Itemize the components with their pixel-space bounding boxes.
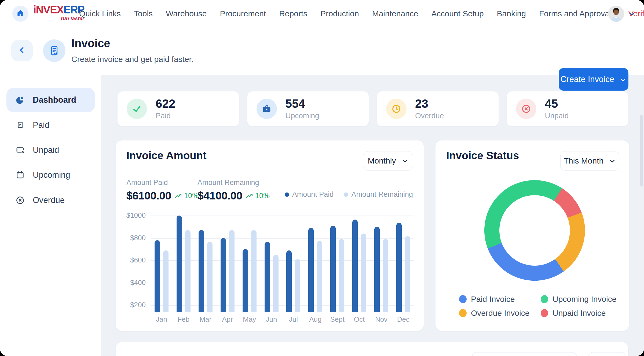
user-avatar[interactable]: [608, 6, 624, 22]
bar-amount-paid-dec: [396, 223, 402, 312]
invoice-amount-title: Invoice Amount: [126, 150, 207, 162]
legend-label: Amount Remaining: [351, 190, 413, 199]
nav-item-warehouse[interactable]: Warehouse: [166, 9, 207, 18]
pie-icon: [15, 95, 25, 105]
sidebar-item-label: Dashboard: [33, 95, 76, 105]
create-invoice-button[interactable]: Create Invoice: [559, 68, 628, 91]
stats-row: 622Paid554Upcoming23Overdue45Unpaid: [117, 91, 628, 127]
stat-value: 554: [286, 98, 319, 110]
app-window: iNVEXERP run faster Quick LinksToolsWare…: [0, 0, 644, 356]
profile-chevron-down-icon[interactable]: [628, 10, 636, 18]
legend-dot-icon: [459, 295, 467, 303]
y-axis-tick-label: $800: [118, 234, 146, 242]
period-dropdown-this-month[interactable]: This Month: [560, 151, 619, 170]
vertical-scrollbar[interactable]: [640, 115, 643, 187]
invoice-doc-icon: [43, 39, 65, 62]
nav-item-maintenance[interactable]: Maintenance: [372, 9, 418, 18]
stat-card-unpaid[interactable]: 45Unpaid: [507, 91, 629, 127]
x-axis-label-may: May: [237, 315, 262, 324]
legend-dot-icon: [459, 309, 467, 317]
bar-group-jul: [286, 212, 300, 312]
stat-value: 622: [156, 98, 175, 110]
nav-item-banking[interactable]: Banking: [497, 9, 526, 18]
table-filter-button[interactable]: [472, 352, 577, 356]
bar-amount-remaining-aug: [317, 241, 322, 312]
bar-amount-paid-may: [243, 249, 248, 312]
stat-card-upcoming[interactable]: 554Upcoming: [247, 91, 369, 127]
card-x-icon: [15, 145, 25, 155]
period-dropdown-monthly[interactable]: Monthly: [363, 151, 413, 170]
metric-amount-paid: Amount Paid $6100.00 10%: [126, 179, 199, 202]
period-dropdown-value: This Month: [564, 156, 603, 165]
stat-card-paid[interactable]: 622Paid: [117, 91, 239, 127]
legend-label: Upcoming Invoice: [552, 295, 616, 304]
stat-label: Paid: [156, 112, 175, 120]
receipt-icon: [15, 120, 25, 130]
y-axis-tick-label: $600: [118, 256, 146, 264]
logo-text-primary: iNVEX: [33, 4, 64, 16]
bar-amount-paid-jan: [155, 240, 160, 312]
sidebar-item-paid[interactable]: Paid: [6, 113, 95, 137]
bar-amount-remaining-mar: [207, 242, 213, 312]
status-legend-item-unpaid-invoice: Unpaid Invoice: [541, 309, 606, 318]
bar-group-oct: [352, 212, 366, 312]
bar-amount-remaining-nov: [383, 239, 388, 312]
x-axis-label-nov: Nov: [369, 315, 393, 324]
legend-label: Paid Invoice: [471, 295, 515, 304]
sidebar-item-label: Upcoming: [33, 170, 70, 180]
back-button[interactable]: [11, 40, 33, 61]
clock-icon: [386, 99, 407, 119]
nav-item-account-setup[interactable]: Account Setup: [431, 9, 484, 18]
y-axis-tick-label: $200: [118, 301, 146, 309]
legend-item-amount-remaining: Amount Remaining: [344, 190, 413, 199]
top-nav: iNVEXERP run faster Quick LinksToolsWare…: [0, 0, 644, 27]
nav-item-production[interactable]: Production: [320, 9, 359, 18]
bar-amount-paid-sept: [330, 226, 336, 312]
metric-value: $6100.00: [126, 190, 171, 202]
x-axis-label-aug: Aug: [303, 315, 327, 324]
page-title: Invoice: [71, 37, 110, 50]
legend-label: Overdue Invoice: [471, 309, 529, 318]
circle-x-icon: [15, 195, 25, 205]
bar-amount-remaining-sept: [339, 239, 344, 312]
avatar-image: [608, 6, 624, 22]
sidebar-item-upcoming[interactable]: Upcoming: [6, 163, 95, 187]
home-button[interactable]: [12, 6, 28, 22]
nav-item-quick-links[interactable]: Quick Links: [79, 9, 121, 18]
sidebar-item-overdue[interactable]: Overdue: [6, 188, 95, 212]
x-axis-label-dec: Dec: [391, 315, 415, 324]
donut-chart: [484, 180, 585, 281]
chevron-down-icon: [620, 76, 627, 83]
legend-dot-icon: [285, 192, 289, 197]
bar-group-jun: [265, 212, 279, 312]
status-legend-item-upcoming-invoice: Upcoming Invoice: [541, 295, 616, 304]
stat-card-overdue[interactable]: 23Overdue: [377, 91, 499, 127]
bar-group-mar: [199, 212, 213, 312]
trending-up-icon: [174, 193, 182, 199]
nav-item-tools[interactable]: Tools: [134, 9, 153, 18]
table-action-button[interactable]: [588, 352, 625, 356]
stat-value: 23: [415, 98, 444, 110]
legend-label: Unpaid Invoice: [552, 309, 606, 318]
chevron-down-icon: [609, 157, 616, 164]
bar-chart-legend: Amount PaidAmount Remaining: [285, 190, 413, 199]
legend-dot-icon: [541, 295, 548, 303]
nav-links: Quick LinksToolsWarehouseProcurementRepo…: [79, 0, 644, 27]
x-axis-label-sept: Sept: [325, 315, 349, 324]
x-axis-label-jul: Jul: [281, 315, 305, 324]
app-logo[interactable]: iNVEXERP run faster: [33, 4, 84, 21]
sidebar-item-unpaid[interactable]: Unpaid: [6, 138, 95, 162]
sidebar-item-label: Paid: [33, 120, 49, 130]
bar-amount-paid-jul: [286, 250, 292, 312]
sidebar-item-dashboard[interactable]: Dashboard: [6, 88, 95, 112]
sidebar-item-label: Unpaid: [33, 145, 59, 155]
nav-item-reports[interactable]: Reports: [279, 9, 307, 18]
y-axis-tick-label: $400: [118, 279, 146, 287]
bar-amount-remaining-jan: [163, 250, 169, 312]
bar-amount-paid-oct: [352, 220, 358, 312]
bar-amount-paid-mar: [199, 230, 204, 312]
y-axis-tick-label: $1000: [118, 211, 146, 220]
nav-item-procurement[interactable]: Procurement: [220, 9, 266, 18]
x-axis-label-oct: Oct: [347, 315, 371, 324]
nav-item-forms-and-approvals[interactable]: Forms and Approvals: [539, 9, 615, 18]
